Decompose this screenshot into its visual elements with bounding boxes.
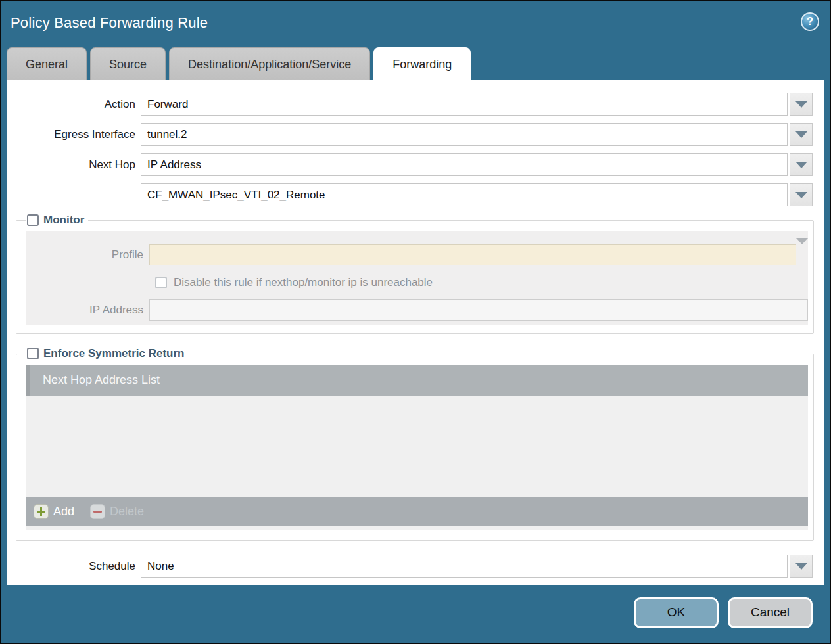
tab-destination-application-service[interactable]: Destination/Application/Service — [169, 47, 370, 80]
tab-general[interactable]: General — [7, 47, 87, 80]
chevron-down-icon — [795, 131, 807, 138]
next-hop-address-list-body[interactable] — [26, 396, 808, 497]
chevron-down-icon — [795, 162, 807, 168]
next-hop-address-combo — [141, 183, 813, 206]
schedule-combo — [141, 555, 813, 578]
forwarding-tab-content: Action Egress Interface Next Hop — [7, 80, 824, 585]
next-hop-address-list-table: Next Hop Address List Add Delete — [26, 365, 808, 530]
disable-rule-checkbox — [155, 277, 167, 288]
disable-rule-label: Disable this rule if nexthop/monitor ip … — [174, 276, 433, 289]
monitor-ip-label: IP Address — [26, 300, 149, 321]
chevron-down-icon — [795, 192, 807, 198]
chevron-down-icon — [795, 101, 807, 108]
dialog-footer: OK Cancel — [1, 582, 830, 643]
action-dropdown-button[interactable] — [790, 93, 813, 116]
monitor-legend: Monitor — [26, 214, 88, 227]
disable-rule-row: Disable this rule if nexthop/monitor ip … — [155, 276, 808, 289]
next-hop-address-row — [7, 183, 824, 206]
monitor-ip-row: IP Address — [26, 299, 808, 321]
schedule-row: Schedule — [7, 555, 824, 578]
table-bottom-strip — [26, 526, 808, 530]
next-hop-address-dropdown-button[interactable] — [790, 183, 813, 206]
tab-forwarding[interactable]: Forwarding — [373, 47, 471, 80]
monitor-checkbox[interactable] — [27, 214, 39, 226]
schedule-label: Schedule — [7, 555, 141, 578]
delete-button: Delete — [90, 504, 144, 519]
tab-bar: General Source Destination/Application/S… — [7, 47, 471, 80]
profile-combo — [149, 244, 808, 265]
add-button[interactable]: Add — [34, 504, 74, 519]
pbf-rule-dialog: Policy Based Forwarding Rule ? General S… — [0, 0, 831, 644]
tab-source[interactable]: Source — [90, 47, 166, 80]
chevron-down-icon — [796, 238, 808, 256]
plus-icon — [34, 504, 49, 519]
egress-interface-input[interactable] — [141, 123, 788, 146]
monitor-panel: Profile Disable this rule if nexthop/mon… — [26, 231, 808, 325]
action-row: Action — [7, 93, 824, 116]
monitor-section: Monitor Profile Disable this rule if nex… — [16, 214, 814, 334]
profile-input — [149, 244, 796, 265]
next-hop-dropdown-button[interactable] — [790, 153, 813, 176]
action-input[interactable] — [141, 93, 788, 116]
enforce-symmetric-return-section: Enforce Symmetric Return Next Hop Addres… — [16, 347, 814, 541]
next-hop-combo — [141, 153, 813, 176]
next-hop-address-list-header[interactable]: Next Hop Address List — [26, 365, 808, 396]
schedule-input[interactable] — [141, 555, 788, 578]
chevron-down-icon — [795, 563, 807, 570]
dialog-title: Policy Based Forwarding Rule — [11, 14, 208, 32]
schedule-dropdown-button[interactable] — [790, 555, 813, 578]
action-label: Action — [7, 93, 141, 116]
add-button-label: Add — [53, 505, 74, 518]
egress-interface-dropdown-button[interactable] — [790, 123, 813, 146]
minus-icon — [90, 504, 105, 519]
profile-label: Profile — [26, 244, 149, 265]
enforce-symmetric-return-checkbox[interactable] — [27, 348, 39, 359]
next-hop-label: Next Hop — [7, 153, 141, 176]
titlebar: Policy Based Forwarding Rule ? — [1, 1, 830, 46]
delete-button-label: Delete — [110, 505, 144, 518]
next-hop-row: Next Hop — [7, 153, 824, 176]
egress-interface-row: Egress Interface — [7, 123, 824, 146]
next-hop-type-input[interactable] — [141, 153, 788, 176]
egress-interface-combo — [141, 123, 813, 146]
monitor-ip-input — [149, 299, 808, 321]
action-combo — [141, 93, 813, 116]
egress-interface-label: Egress Interface — [7, 123, 141, 146]
help-icon[interactable]: ? — [801, 12, 819, 31]
next-hop-address-list-toolbar: Add Delete — [26, 497, 808, 526]
monitor-legend-label: Monitor — [43, 214, 84, 227]
cancel-button[interactable]: Cancel — [728, 597, 813, 628]
ok-button[interactable]: OK — [634, 597, 719, 628]
profile-row: Profile — [26, 244, 808, 265]
profile-dropdown-button — [796, 244, 808, 265]
enforce-legend: Enforce Symmetric Return — [26, 347, 188, 360]
enforce-legend-label: Enforce Symmetric Return — [43, 347, 184, 360]
next-hop-address-input[interactable] — [141, 183, 788, 206]
